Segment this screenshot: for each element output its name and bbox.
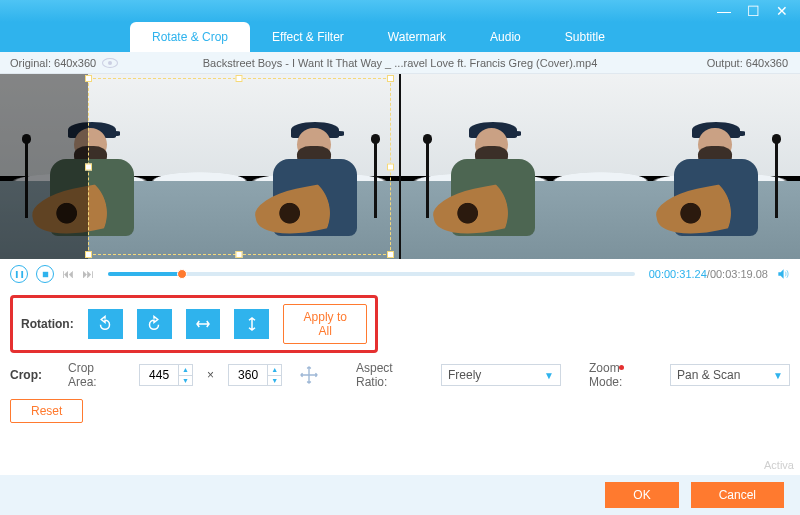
volume-icon[interactable] [776,267,790,281]
os-activation-hint: Activa [764,459,794,471]
chevron-down-icon: ▼ [773,370,783,381]
move-crop-icon[interactable] [296,362,322,388]
original-size-label: Original: 640x360 [10,57,96,69]
zoom-mode-value: Pan & Scan [677,368,740,382]
crop-width-down[interactable]: ▼ [179,375,192,385]
tab-rotate-crop[interactable]: Rotate & Crop [130,22,250,52]
cancel-button[interactable]: Cancel [691,482,784,508]
rotation-section: Rotation: Apply to All Crop: Crop Area: … [0,289,800,429]
tab-audio[interactable]: Audio [468,22,543,52]
svg-rect-0 [42,271,47,276]
crop-height-field[interactable]: ▲▼ [228,364,282,386]
crop-width-field[interactable]: ▲▼ [139,364,193,386]
editor-tabs: Rotate & Crop Effect & Filter Watermark … [0,22,800,52]
ok-button[interactable]: OK [605,482,678,508]
crop-section: Crop: Crop Area: ▲▼ × ▲▼ Aspect Ratio: F… [10,361,790,389]
next-frame-icon[interactable]: ⏭ [82,267,94,281]
preview-toggle-icon[interactable] [102,58,118,68]
pause-button[interactable] [10,265,28,283]
stop-button[interactable] [36,265,54,283]
zoom-mode-label: Zoom Mode: [589,361,656,389]
crop-height-up[interactable]: ▲ [268,365,281,375]
aspect-ratio-label: Aspect Ratio: [356,361,427,389]
crop-width-up[interactable]: ▲ [179,365,192,375]
maximize-icon[interactable]: ☐ [747,4,760,18]
playback-time: 00:00:31.24/00:03:19.08 [649,268,768,280]
aspect-ratio-select[interactable]: Freely ▼ [441,364,561,386]
minimize-icon[interactable]: — [717,4,731,18]
tab-watermark[interactable]: Watermark [366,22,468,52]
dialog-footer: OK Cancel [0,475,800,515]
prev-frame-icon[interactable]: ⏮ [62,267,74,281]
filename-label: Backstreet Boys - I Want It That Way _ .… [203,57,598,69]
crop-label: Crop: [10,368,54,382]
crop-rectangle[interactable] [88,78,391,256]
window-titlebar: — ☐ ✕ [0,0,800,22]
flip-vertical-button[interactable] [234,309,269,339]
preview-original[interactable] [0,74,399,259]
close-icon[interactable]: ✕ [776,4,788,18]
crop-height-input[interactable] [229,368,267,382]
rotation-highlight: Rotation: Apply to All [10,295,378,353]
dimension-separator: × [207,368,214,382]
reset-button[interactable]: Reset [10,399,83,423]
crop-width-input[interactable] [140,368,178,382]
playback-controls: ⏮ ⏭ 00:00:31.24/00:03:19.08 [0,259,800,289]
zoom-mode-select[interactable]: Pan & Scan ▼ [670,364,790,386]
tab-effect-filter[interactable]: Effect & Filter [250,22,366,52]
rotate-left-button[interactable] [88,309,123,339]
timeline-slider[interactable] [108,272,635,276]
crop-height-down[interactable]: ▼ [268,375,281,385]
flip-horizontal-button[interactable] [186,309,221,339]
aspect-ratio-value: Freely [448,368,481,382]
chevron-down-icon: ▼ [544,370,554,381]
crop-area-label: Crop Area: [68,361,125,389]
output-size-label: Output: 640x360 [707,57,800,69]
info-bar: Original: 640x360 Backstreet Boys - I Wa… [0,52,800,74]
preview-area [0,74,800,259]
tab-subtitle[interactable]: Subtitle [543,22,627,52]
preview-output [399,74,800,259]
rotate-right-button[interactable] [137,309,172,339]
rotation-label: Rotation: [21,317,74,331]
apply-to-all-button[interactable]: Apply to All [283,304,367,344]
